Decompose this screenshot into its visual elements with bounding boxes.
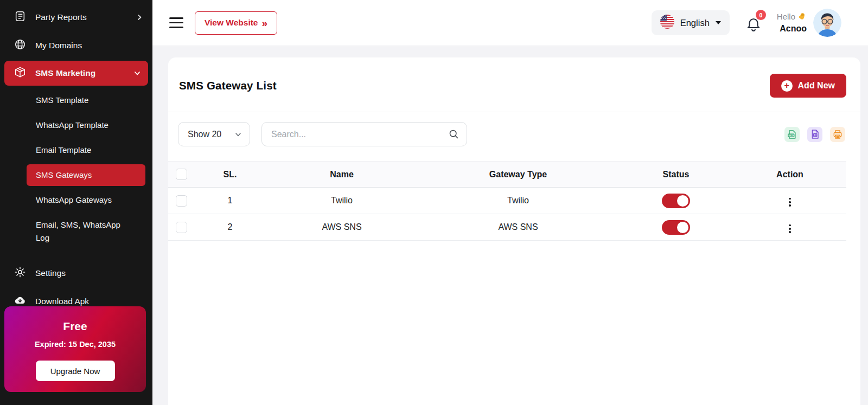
language-selector[interactable]: English [652,10,730,35]
us-flag-icon [660,15,674,31]
sidebar-item-label: SMS Marketing [35,68,125,78]
table-body: 1 Twilio Twilio 2 AWS SNS AWS SNS [168,188,846,241]
cell-sl: 2 [194,214,266,241]
gear-icon [14,266,26,280]
topbar: View Website » [152,0,868,46]
search-input[interactable] [271,130,448,139]
cell-sl: 1 [194,188,266,214]
table-row: 2 AWS SNS AWS SNS [168,214,846,241]
table-row: 1 Twilio Twilio [168,188,846,214]
table-controls: Show 20 CSV [168,112,860,146]
sidebar-item-party-reports[interactable]: Party Reports [0,3,152,31]
user-avatar[interactable] [813,9,841,37]
notifications-button[interactable]: 0 [745,11,764,35]
report-icon [14,10,26,24]
sidebar-item-my-domains[interactable]: My Domains [0,31,152,60]
spreadsheet-file-icon [810,129,820,139]
cell-name: Twilio [266,188,418,214]
column-header-name: Name [266,162,418,188]
sidebar-subitem-sms-gateways[interactable]: SMS Gateways [27,164,145,186]
sms-marketing-submenu: SMS Template WhatsApp Template Email Tem… [0,87,152,253]
sidebar-subitem-whatsapp-template[interactable]: WhatsApp Template [0,113,152,138]
globe-icon [14,38,26,53]
column-header-gateway-type: Gateway Type [418,162,618,188]
subscription-plan-card: Free Expired: 15 Dec, 2035 Upgrade Now [4,306,146,392]
chevron-down-icon [134,70,141,76]
main-content: SMS Gateway List + Add New Show 20 [152,46,868,405]
export-buttons: CSV [784,127,848,142]
username: Acnoo [777,22,807,35]
svg-text:CSV: CSV [789,134,794,137]
package-icon [14,66,26,80]
column-header-sl: SL. [194,162,266,188]
select-all-checkbox[interactable] [176,169,187,180]
sidebar-item-label: Download Apk [35,297,143,306]
card-header: SMS Gateway List + Add New [168,57,860,112]
plan-name: Free [12,320,138,333]
search-icon [448,128,459,140]
sidebar-item-label: Settings [35,268,143,278]
sidebar: Party Reports My Domains S [0,0,152,405]
chevron-down-icon [235,131,241,138]
notification-count-badge: 0 [756,10,766,20]
view-website-button[interactable]: View Website » [195,11,277,35]
sidebar-subitem-sms-template[interactable]: SMS Template [0,88,152,113]
user-greeting: Hello Acnoo [777,11,807,35]
waving-hand-icon [797,12,807,21]
file-export-button[interactable] [807,127,822,142]
gateway-table-wrap: SL. Name Gateway Type Status Action 1 Tw… [168,161,860,241]
row-checkbox[interactable] [176,195,187,207]
add-new-button[interactable]: + Add New [770,74,846,98]
sidebar-item-settings[interactable]: Settings [0,259,152,287]
greeting-text: Hello [777,11,795,23]
language-label: English [680,18,710,28]
sidebar-item-label: Party Reports [35,12,127,22]
page-title: SMS Gateway List [179,79,277,92]
sms-gateway-card: SMS Gateway List + Add New Show 20 [168,57,860,405]
sidebar-subitem-email-sms-whatsapp-log[interactable]: Email, SMS, WhatsApp Log [0,213,141,250]
gateway-table: SL. Name Gateway Type Status Action 1 Tw… [168,161,846,241]
cell-gateway-type: AWS SNS [418,214,618,241]
upgrade-now-button[interactable]: Upgrade Now [36,361,115,381]
sidebar-nav: Party Reports My Domains S [0,0,152,316]
column-header-action: Action [733,162,846,188]
row-actions-button[interactable] [784,222,795,236]
sidebar-item-label: My Domains [35,41,143,50]
plan-expiry: Expired: 15 Dec, 2035 [12,340,138,349]
print-button[interactable] [830,127,845,142]
show-entries-value: Show 20 [188,130,221,139]
row-actions-button[interactable] [784,195,795,209]
csv-export-button[interactable]: CSV [784,127,800,142]
column-header-status: Status [618,162,733,188]
status-toggle[interactable] [662,220,690,235]
sidebar-subitem-whatsapp-gateways[interactable]: WhatsApp Gateways [0,188,152,213]
show-entries-select[interactable]: Show 20 [178,122,250,146]
printer-icon [832,129,843,140]
app-root: Party Reports My Domains S [0,0,868,405]
sidebar-item-sms-marketing[interactable]: SMS Marketing [4,61,148,86]
cell-name: AWS SNS [266,214,418,241]
cell-gateway-type: Twilio [418,188,618,214]
plus-circle-icon: + [781,80,793,92]
sidebar-subitem-email-template[interactable]: Email Template [0,138,152,163]
csv-file-icon: CSV [787,129,797,140]
search-box [261,122,467,146]
hamburger-menu-icon[interactable] [169,17,183,28]
row-checkbox[interactable] [176,222,187,233]
status-toggle[interactable] [662,194,690,208]
caret-down-icon [716,21,721,24]
table-header-row: SL. Name Gateway Type Status Action [168,162,846,188]
chevron-right-icon [136,14,143,21]
double-chevron-right-icon: » [262,18,268,28]
